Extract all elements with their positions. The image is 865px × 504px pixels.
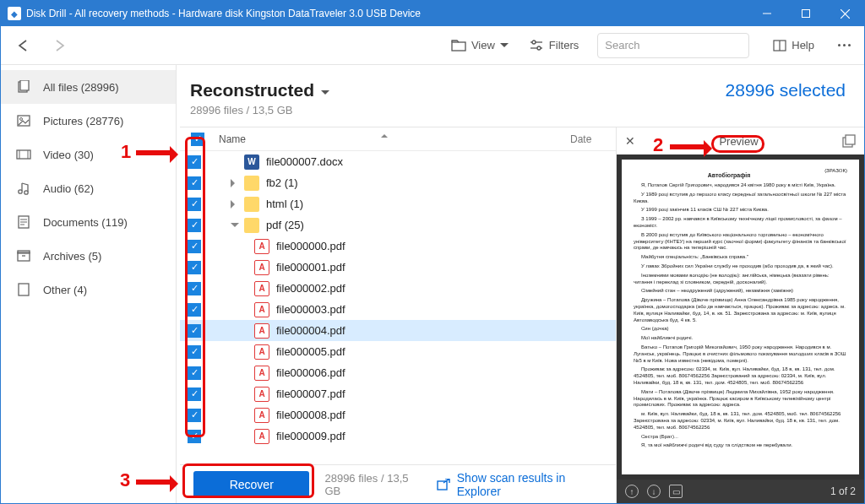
minimize-button[interactable]: [748, 1, 786, 26]
row-checkbox[interactable]: ✓: [188, 282, 201, 295]
pdf-icon: A: [254, 387, 269, 402]
close-preview-button[interactable]: ✕: [625, 134, 635, 148]
svg-point-14: [20, 118, 23, 121]
close-button[interactable]: [825, 1, 864, 26]
other-icon: [16, 282, 31, 297]
view-dropdown[interactable]: View: [443, 32, 517, 59]
back-button[interactable]: [8, 32, 40, 59]
file-name: html (1): [266, 198, 303, 210]
sidebar-item-all-files[interactable]: All files (28996): [1, 70, 176, 104]
select-all-checkbox[interactable]: ✓: [191, 133, 204, 146]
pdf-icon: A: [254, 366, 269, 381]
sidebar-item-documents[interactable]: Documents (119): [1, 205, 176, 239]
results-title: Reconstructed: [190, 80, 314, 100]
file-name: file000009.pdf: [276, 430, 345, 442]
sidebar-item-other[interactable]: Other (4): [1, 273, 176, 306]
file-row[interactable]: ✓Wfile000007.docx: [180, 151, 616, 172]
sidebar-item-pictures[interactable]: Pictures (28776): [1, 104, 176, 138]
file-row[interactable]: ✓Afile000000.pdf: [180, 236, 616, 257]
column-name[interactable]: Name: [219, 133, 246, 145]
file-row[interactable]: ✓Afile000007.pdf: [180, 383, 616, 404]
file-name: file000000.pdf: [276, 240, 345, 252]
svg-rect-1: [802, 10, 810, 18]
file-row[interactable]: ✓pdf (25): [180, 214, 616, 236]
file-name: file000008.pdf: [276, 409, 345, 421]
file-row[interactable]: ✓Afile000006.pdf: [180, 362, 616, 383]
sidebar-item-label: Video (30): [43, 149, 94, 161]
sidebar-item-label: Documents (119): [43, 216, 128, 229]
show-in-explorer-label: Show scan results in Explorer: [457, 471, 602, 498]
svg-point-8: [537, 46, 541, 50]
preview-next-button[interactable]: ↓: [647, 485, 661, 498]
file-name: file000002.pdf: [276, 282, 345, 295]
row-checkbox[interactable]: ✓: [188, 155, 201, 169]
sidebar-item-audio[interactable]: Audio (62): [1, 171, 176, 205]
pdf-icon: A: [254, 239, 269, 254]
expander-icon[interactable]: [231, 200, 239, 209]
row-checkbox[interactable]: ✓: [188, 430, 201, 443]
more-menu[interactable]: [831, 37, 857, 53]
svg-rect-15: [17, 150, 30, 159]
row-checkbox[interactable]: ✓: [188, 261, 201, 274]
file-list[interactable]: ✓Wfile000007.docx✓fb2 (1)✓html (1)✓pdf (…: [180, 151, 616, 464]
column-header: ✓ Name Date: [180, 127, 616, 151]
picture-icon: [16, 113, 31, 128]
document-icon: [16, 214, 31, 230]
preview-page-icon[interactable]: ▭: [669, 485, 683, 498]
filters-dropdown[interactable]: Filters: [520, 32, 587, 59]
file-row[interactable]: ✓Afile000005.pdf: [180, 341, 616, 362]
file-row[interactable]: ✓fb2 (1): [180, 172, 616, 193]
external-link-icon: [437, 479, 450, 490]
preview-title: Preview: [642, 135, 835, 148]
popout-icon[interactable]: [842, 134, 856, 148]
row-checkbox[interactable]: ✓: [188, 219, 201, 232]
forward-button[interactable]: [43, 32, 75, 59]
file-row[interactable]: ✓Afile000002.pdf: [180, 278, 616, 299]
file-list-pane: ✓ Name Date ✓Wfile000007.docx✓fb2 (1)✓ht…: [180, 127, 616, 503]
row-checkbox[interactable]: ✓: [188, 324, 201, 338]
row-checkbox[interactable]: ✓: [188, 176, 201, 190]
svg-point-19: [24, 191, 28, 194]
file-row[interactable]: ✓html (1): [180, 193, 616, 214]
expander-icon[interactable]: [231, 223, 239, 231]
show-in-explorer-link[interactable]: Show scan results in Explorer: [437, 471, 602, 498]
sort-indicator-icon: [381, 131, 388, 138]
file-name: file000007.pdf: [276, 387, 345, 400]
help-button[interactable]: Help: [764, 32, 823, 59]
row-checkbox[interactable]: ✓: [188, 387, 201, 401]
maximize-button[interactable]: [786, 1, 825, 26]
row-checkbox[interactable]: ✓: [188, 240, 201, 253]
help-label: Help: [792, 39, 814, 51]
pdf-icon: A: [254, 323, 269, 339]
bottom-summary: 28996 files / 13,5 GB: [324, 472, 421, 497]
folder-icon: [244, 197, 259, 212]
file-row[interactable]: ✓Afile000004.pdf: [180, 320, 616, 341]
results-title-dropdown[interactable]: Reconstructed: [190, 80, 329, 100]
file-row[interactable]: ✓Afile000009.pdf: [180, 425, 616, 447]
folder-icon: [451, 40, 466, 51]
title-bar: ◆ Disk Drill - All recovery methods - Ha…: [1, 1, 864, 26]
pdf-icon: A: [254, 281, 269, 296]
filters-label: Filters: [549, 39, 579, 51]
expander-icon[interactable]: [231, 179, 239, 187]
row-checkbox[interactable]: ✓: [188, 366, 201, 380]
row-checkbox[interactable]: ✓: [188, 345, 201, 359]
row-checkbox[interactable]: ✓: [188, 409, 201, 422]
search-input[interactable]: Search: [597, 33, 749, 58]
toolbar: View Filters Search Help: [1, 26, 864, 65]
audio-icon: [16, 181, 31, 196]
pdf-icon: A: [254, 344, 269, 360]
file-name: file000003.pdf: [276, 303, 345, 316]
row-checkbox[interactable]: ✓: [188, 303, 201, 317]
file-row[interactable]: ✓Afile000001.pdf: [180, 257, 616, 278]
preview-document: (ЗРАЗОК) Автобіографія Я, Потапов Сергій…: [622, 160, 859, 474]
row-checkbox[interactable]: ✓: [188, 198, 201, 211]
docx-icon: W: [244, 154, 259, 170]
file-row[interactable]: ✓Afile000003.pdf: [180, 299, 616, 320]
preview-prev-button[interactable]: ↑: [625, 485, 639, 498]
column-date[interactable]: Date: [570, 133, 616, 145]
file-row[interactable]: ✓Afile000008.pdf: [180, 404, 616, 425]
recover-button[interactable]: Recover: [193, 471, 309, 498]
sidebar-item-archives[interactable]: Archives (5): [1, 239, 176, 273]
sidebar-item-video[interactable]: Video (30): [1, 138, 176, 171]
